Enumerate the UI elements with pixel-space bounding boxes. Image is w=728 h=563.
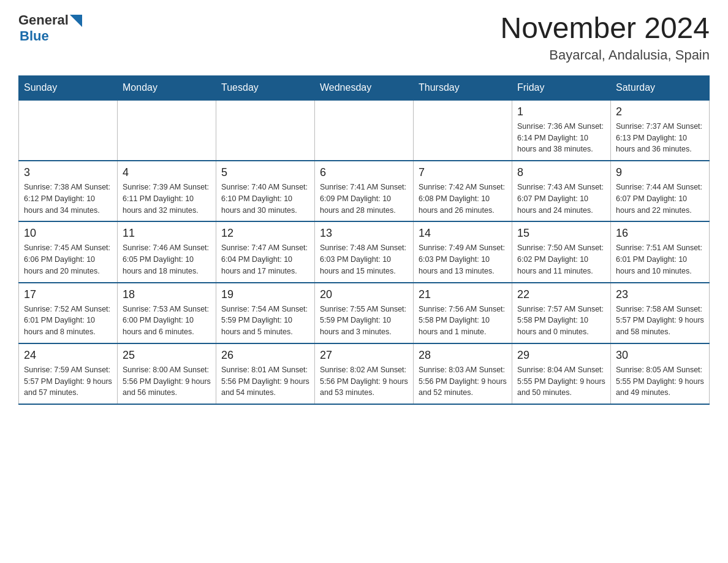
calendar-header-saturday: Saturday bbox=[611, 75, 710, 100]
calendar-cell: 30Sunrise: 8:05 AM Sunset: 5:55 PM Dayli… bbox=[611, 343, 710, 404]
day-info: Sunrise: 7:40 AM Sunset: 6:10 PM Dayligh… bbox=[221, 182, 309, 216]
day-number: 6 bbox=[320, 166, 408, 179]
calendar-cell: 6Sunrise: 7:41 AM Sunset: 6:09 PM Daylig… bbox=[315, 161, 414, 221]
day-info: Sunrise: 7:42 AM Sunset: 6:08 PM Dayligh… bbox=[419, 182, 507, 216]
calendar-cell: 12Sunrise: 7:47 AM Sunset: 6:04 PM Dayli… bbox=[216, 221, 315, 282]
day-info: Sunrise: 8:03 AM Sunset: 5:56 PM Dayligh… bbox=[419, 364, 507, 399]
day-number: 22 bbox=[517, 288, 605, 301]
calendar-header-thursday: Thursday bbox=[414, 75, 512, 100]
day-info: Sunrise: 8:05 AM Sunset: 5:55 PM Dayligh… bbox=[616, 364, 704, 399]
day-info: Sunrise: 7:37 AM Sunset: 6:13 PM Dayligh… bbox=[616, 121, 704, 155]
calendar-week-row: 3Sunrise: 7:38 AM Sunset: 6:12 PM Daylig… bbox=[19, 161, 710, 221]
day-info: Sunrise: 7:48 AM Sunset: 6:03 PM Dayligh… bbox=[320, 242, 408, 277]
day-number: 2 bbox=[616, 105, 704, 118]
calendar-cell: 8Sunrise: 7:43 AM Sunset: 6:07 PM Daylig… bbox=[512, 161, 611, 221]
day-info: Sunrise: 7:36 AM Sunset: 6:14 PM Dayligh… bbox=[517, 121, 605, 155]
day-info: Sunrise: 7:46 AM Sunset: 6:05 PM Dayligh… bbox=[123, 242, 211, 277]
day-info: Sunrise: 7:55 AM Sunset: 5:59 PM Dayligh… bbox=[320, 304, 408, 338]
calendar-header-friday: Friday bbox=[512, 75, 611, 100]
day-info: Sunrise: 7:58 AM Sunset: 5:57 PM Dayligh… bbox=[616, 304, 704, 338]
calendar-cell: 26Sunrise: 8:01 AM Sunset: 5:56 PM Dayli… bbox=[216, 343, 315, 404]
day-number: 20 bbox=[320, 288, 408, 301]
day-number: 8 bbox=[517, 166, 605, 179]
calendar-week-row: 1Sunrise: 7:36 AM Sunset: 6:14 PM Daylig… bbox=[19, 100, 710, 161]
calendar-cell: 27Sunrise: 8:02 AM Sunset: 5:56 PM Dayli… bbox=[315, 343, 414, 404]
day-info: Sunrise: 7:45 AM Sunset: 6:06 PM Dayligh… bbox=[24, 242, 112, 277]
day-info: Sunrise: 7:53 AM Sunset: 6:00 PM Dayligh… bbox=[123, 304, 211, 338]
calendar-cell: 5Sunrise: 7:40 AM Sunset: 6:10 PM Daylig… bbox=[216, 161, 315, 221]
day-info: Sunrise: 7:39 AM Sunset: 6:11 PM Dayligh… bbox=[123, 182, 211, 216]
calendar-cell: 1Sunrise: 7:36 AM Sunset: 6:14 PM Daylig… bbox=[512, 100, 611, 161]
calendar-cell: 7Sunrise: 7:42 AM Sunset: 6:08 PM Daylig… bbox=[414, 161, 512, 221]
calendar-cell bbox=[216, 100, 315, 161]
day-number: 16 bbox=[616, 227, 704, 240]
calendar-cell: 4Sunrise: 7:39 AM Sunset: 6:11 PM Daylig… bbox=[118, 161, 216, 221]
day-info: Sunrise: 7:54 AM Sunset: 5:59 PM Dayligh… bbox=[221, 304, 309, 338]
day-number: 1 bbox=[517, 105, 605, 118]
calendar-cell: 28Sunrise: 8:03 AM Sunset: 5:56 PM Dayli… bbox=[414, 343, 512, 404]
calendar-week-row: 10Sunrise: 7:45 AM Sunset: 6:06 PM Dayli… bbox=[19, 221, 710, 282]
day-number: 5 bbox=[221, 166, 309, 179]
calendar-cell: 17Sunrise: 7:52 AM Sunset: 6:01 PM Dayli… bbox=[19, 283, 118, 343]
logo-triangle-icon bbox=[70, 15, 82, 27]
day-number: 4 bbox=[123, 166, 211, 179]
page-title: November 2024 bbox=[500, 12, 710, 45]
calendar-cell: 21Sunrise: 7:56 AM Sunset: 5:58 PM Dayli… bbox=[414, 283, 512, 343]
day-number: 27 bbox=[320, 349, 408, 362]
day-info: Sunrise: 7:56 AM Sunset: 5:58 PM Dayligh… bbox=[419, 304, 507, 338]
svg-marker-0 bbox=[70, 15, 82, 27]
day-info: Sunrise: 7:41 AM Sunset: 6:09 PM Dayligh… bbox=[320, 182, 408, 216]
calendar-header-sunday: Sunday bbox=[19, 75, 118, 100]
day-info: Sunrise: 7:59 AM Sunset: 5:57 PM Dayligh… bbox=[24, 364, 112, 399]
calendar-cell bbox=[414, 100, 512, 161]
calendar-cell: 20Sunrise: 7:55 AM Sunset: 5:59 PM Dayli… bbox=[315, 283, 414, 343]
calendar-cell: 3Sunrise: 7:38 AM Sunset: 6:12 PM Daylig… bbox=[19, 161, 118, 221]
calendar-cell: 22Sunrise: 7:57 AM Sunset: 5:58 PM Dayli… bbox=[512, 283, 611, 343]
calendar-cell: 29Sunrise: 8:04 AM Sunset: 5:55 PM Dayli… bbox=[512, 343, 611, 404]
logo-blue-text: Blue bbox=[20, 28, 49, 44]
day-number: 12 bbox=[221, 227, 309, 240]
calendar-cell: 13Sunrise: 7:48 AM Sunset: 6:03 PM Dayli… bbox=[315, 221, 414, 282]
calendar-cell: 24Sunrise: 7:59 AM Sunset: 5:57 PM Dayli… bbox=[19, 343, 118, 404]
calendar-cell: 10Sunrise: 7:45 AM Sunset: 6:06 PM Dayli… bbox=[19, 221, 118, 282]
day-number: 19 bbox=[221, 288, 309, 301]
day-info: Sunrise: 7:43 AM Sunset: 6:07 PM Dayligh… bbox=[517, 182, 605, 216]
day-number: 18 bbox=[123, 288, 211, 301]
day-info: Sunrise: 7:47 AM Sunset: 6:04 PM Dayligh… bbox=[221, 242, 309, 277]
day-number: 11 bbox=[123, 227, 211, 240]
calendar-cell: 15Sunrise: 7:50 AM Sunset: 6:02 PM Dayli… bbox=[512, 221, 611, 282]
day-number: 21 bbox=[419, 288, 507, 301]
calendar-table: SundayMondayTuesdayWednesdayThursdayFrid… bbox=[18, 75, 710, 405]
calendar-cell: 2Sunrise: 7:37 AM Sunset: 6:13 PM Daylig… bbox=[611, 100, 710, 161]
calendar-cell: 9Sunrise: 7:44 AM Sunset: 6:07 PM Daylig… bbox=[611, 161, 710, 221]
calendar-cell bbox=[118, 100, 216, 161]
day-number: 7 bbox=[419, 166, 507, 179]
day-number: 14 bbox=[419, 227, 507, 240]
calendar-header-wednesday: Wednesday bbox=[315, 75, 414, 100]
calendar-week-row: 24Sunrise: 7:59 AM Sunset: 5:57 PM Dayli… bbox=[19, 343, 710, 404]
day-info: Sunrise: 8:00 AM Sunset: 5:56 PM Dayligh… bbox=[123, 364, 211, 399]
day-number: 29 bbox=[517, 349, 605, 362]
page-header: General Blue November 2024 Bayarcal, And… bbox=[18, 12, 710, 63]
day-info: Sunrise: 7:49 AM Sunset: 6:03 PM Dayligh… bbox=[419, 242, 507, 277]
calendar-week-row: 17Sunrise: 7:52 AM Sunset: 6:01 PM Dayli… bbox=[19, 283, 710, 343]
day-number: 15 bbox=[517, 227, 605, 240]
day-number: 17 bbox=[24, 288, 112, 301]
calendar-header-tuesday: Tuesday bbox=[216, 75, 315, 100]
calendar-cell: 14Sunrise: 7:49 AM Sunset: 6:03 PM Dayli… bbox=[414, 221, 512, 282]
day-info: Sunrise: 8:02 AM Sunset: 5:56 PM Dayligh… bbox=[320, 364, 408, 399]
calendar-cell bbox=[315, 100, 414, 161]
day-number: 30 bbox=[616, 349, 704, 362]
calendar-cell: 18Sunrise: 7:53 AM Sunset: 6:00 PM Dayli… bbox=[118, 283, 216, 343]
calendar-cell: 11Sunrise: 7:46 AM Sunset: 6:05 PM Dayli… bbox=[118, 221, 216, 282]
day-info: Sunrise: 8:04 AM Sunset: 5:55 PM Dayligh… bbox=[517, 364, 605, 399]
day-info: Sunrise: 7:38 AM Sunset: 6:12 PM Dayligh… bbox=[24, 182, 112, 216]
day-number: 24 bbox=[24, 349, 112, 362]
day-number: 26 bbox=[221, 349, 309, 362]
day-number: 9 bbox=[616, 166, 704, 179]
day-number: 23 bbox=[616, 288, 704, 301]
title-section: November 2024 Bayarcal, Andalusia, Spain bbox=[500, 12, 710, 63]
page-subtitle: Bayarcal, Andalusia, Spain bbox=[500, 47, 710, 63]
day-info: Sunrise: 7:52 AM Sunset: 6:01 PM Dayligh… bbox=[24, 304, 112, 338]
day-info: Sunrise: 8:01 AM Sunset: 5:56 PM Dayligh… bbox=[221, 364, 309, 399]
